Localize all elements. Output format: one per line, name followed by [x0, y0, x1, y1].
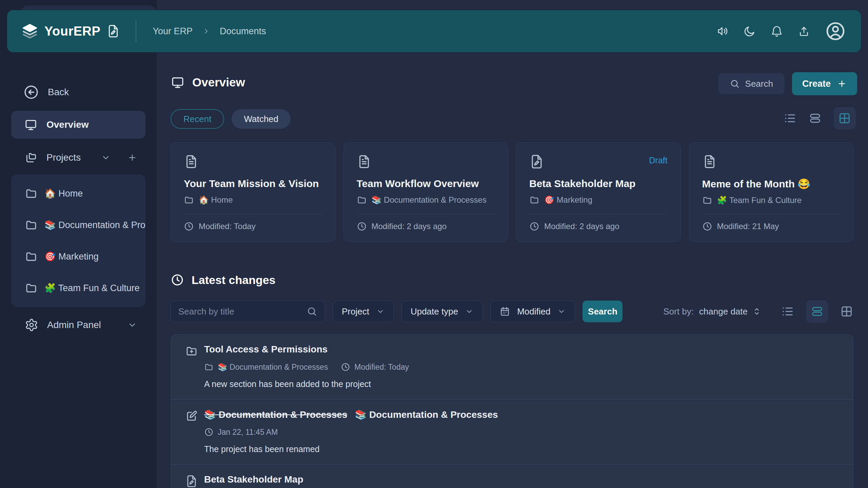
- change-row-project-renamed[interactable]: 📚 Documentation & Processes 📚 Documentat…: [171, 399, 853, 464]
- search-icon: [307, 306, 317, 317]
- file-text-icon: [702, 154, 717, 169]
- card-project-label: 🏠 Home: [199, 195, 233, 205]
- folder-label: 🧩 Team Fun & Culture: [44, 283, 140, 293]
- search-button[interactable]: Search: [718, 73, 785, 94]
- breadcrumb-root[interactable]: Your ERP: [153, 26, 193, 37]
- change-project: 📚 Documentation & Processes: [204, 362, 328, 372]
- folder-label: 🎯 Marketing: [44, 251, 99, 262]
- change-time: Modified: Today: [341, 362, 409, 372]
- project-filter-label: Project: [342, 306, 369, 317]
- chevron-down-icon: [376, 307, 385, 316]
- topbar-actions: [716, 21, 861, 42]
- card-project-label: 🧩 Team Fun & Culture: [717, 196, 802, 205]
- card-project: 🏠 Home: [184, 195, 322, 205]
- filter-toolbar: Project Update type Modified Search Sort…: [171, 301, 853, 322]
- change-title: 📚 Documentation & Processes 📚 Documentat…: [204, 409, 840, 423]
- card-modified-label: Modified: 2 days ago: [544, 222, 619, 231]
- draft-badge: Draft: [649, 156, 667, 165]
- sort-direction-icon[interactable]: [752, 306, 762, 317]
- change-row-beta-stakeholder-map[interactable]: Beta Stakeholder Map 🎯 Marketing Felix J…: [171, 464, 853, 488]
- chevron-down-icon: [465, 307, 474, 316]
- sort-value[interactable]: change date: [699, 306, 748, 317]
- card-project: 🧩 Team Fun & Culture: [702, 195, 841, 205]
- user-avatar-icon[interactable]: [825, 21, 846, 42]
- cards-view-toggle: [783, 107, 856, 129]
- document-card[interactable]: Draft Beta Stakeholder Map 🎯 Marketing M…: [516, 142, 681, 242]
- card-title: Team Workflow Overview: [357, 178, 495, 189]
- rows-view-icon[interactable]: [808, 111, 822, 125]
- sidebar-item-team-fun[interactable]: 🧩 Team Fun & Culture: [11, 272, 145, 304]
- document-card[interactable]: Meme of the Month 😂 🧩 Team Fun & Culture…: [689, 142, 854, 242]
- add-project-plus-icon[interactable]: [127, 152, 137, 163]
- rows-view-button-active[interactable]: [806, 300, 828, 323]
- card-project-label: 🎯 Marketing: [544, 195, 592, 205]
- notifications-bell-icon[interactable]: [771, 25, 783, 37]
- change-row-tool-access[interactable]: Tool Access & Permissions 📚 Documentatio…: [171, 334, 853, 399]
- folder-icon: [357, 195, 367, 205]
- new-project-name: 📚 Documentation & Processes: [355, 409, 498, 420]
- sidebar-item-marketing[interactable]: 🎯 Marketing: [11, 241, 145, 272]
- back-arrow-circle-icon: [23, 84, 39, 100]
- page-title-text: Overview: [192, 76, 245, 89]
- old-project-name: 📚 Documentation & Processes: [204, 409, 347, 420]
- plus-icon: [837, 79, 847, 89]
- chevron-down-icon[interactable]: [127, 320, 137, 330]
- upload-icon[interactable]: [798, 25, 810, 37]
- card-modified: Modified: Today: [184, 214, 322, 231]
- sidebar-item-admin-panel[interactable]: Admin Panel: [11, 314, 145, 336]
- search-input[interactable]: [178, 306, 307, 317]
- search-icon: [730, 79, 740, 89]
- tab-watched[interactable]: Watched: [232, 109, 291, 129]
- file-pen-icon: [106, 24, 120, 38]
- change-meta: Jan 22, 11:45 AM: [204, 427, 840, 437]
- grid-view-icon[interactable]: [840, 305, 853, 318]
- latest-changes-title-text: Latest changes: [192, 273, 276, 287]
- chevron-down-icon[interactable]: [101, 152, 111, 163]
- card-modified: Modified: 2 days ago: [529, 214, 668, 231]
- change-time-label: Jan 22, 11:45 AM: [218, 428, 278, 437]
- project-filter-dropdown[interactable]: Project: [333, 301, 394, 322]
- layers-logo-icon: [21, 23, 38, 40]
- overview-label: Overview: [46, 119, 89, 130]
- modified-filter-dropdown[interactable]: Modified: [490, 301, 575, 322]
- card-modified-label: Modified: 2 days ago: [372, 222, 447, 231]
- sidebar-item-projects[interactable]: Projects: [11, 148, 145, 167]
- change-title: Tool Access & Permissions: [204, 344, 840, 358]
- document-card[interactable]: Your Team Mission & Vision 🏠 Home Modifi…: [171, 142, 335, 242]
- tab-recent[interactable]: Recent: [171, 109, 224, 129]
- search-button-label: Search: [745, 79, 773, 89]
- sidebar-back-button[interactable]: Back: [11, 81, 145, 103]
- brand[interactable]: YourERP: [7, 23, 120, 40]
- list-view-icon[interactable]: [783, 111, 797, 125]
- folders-icon: [25, 151, 38, 164]
- card-title: Beta Stakeholder Map: [529, 178, 668, 189]
- sidebar-item-home[interactable]: 🏠 Home: [11, 178, 145, 209]
- chevron-down-icon: [557, 307, 566, 316]
- brand-name: YourERP: [44, 24, 100, 39]
- folder-plus-icon: [185, 345, 198, 358]
- create-button[interactable]: Create: [792, 72, 857, 95]
- volume-icon[interactable]: [716, 25, 729, 37]
- update-type-filter-dropdown[interactable]: Update type: [401, 301, 483, 322]
- sidebar-item-documentation[interactable]: 📚 Documentation & Pro…: [11, 209, 145, 241]
- calendar-icon: [499, 306, 510, 317]
- folder-icon: [25, 282, 38, 294]
- folder-icon: [25, 187, 38, 200]
- grid-view-button-active[interactable]: [833, 107, 856, 129]
- folder-icon: [184, 195, 194, 205]
- document-card[interactable]: Team Workflow Overview 📚 Documentation &…: [343, 142, 508, 242]
- dark-mode-moon-icon[interactable]: [744, 25, 756, 37]
- page-title: Overview: [171, 75, 245, 89]
- title-search-field[interactable]: [171, 301, 325, 322]
- filter-search-button[interactable]: Search: [583, 301, 623, 322]
- change-time: Jan 22, 11:45 AM: [204, 427, 278, 437]
- header-actions: Search Create: [718, 72, 857, 96]
- sidebar-item-overview[interactable]: Overview: [11, 111, 145, 139]
- create-button-label: Create: [802, 79, 831, 89]
- folder-icon: [702, 195, 712, 205]
- list-view-icon[interactable]: [781, 305, 794, 318]
- folder-icon: [25, 219, 38, 231]
- change-description: The project has been renamed: [204, 444, 840, 454]
- breadcrumb-current[interactable]: Documents: [220, 26, 266, 37]
- breadcrumb: Your ERP Documents: [153, 26, 266, 37]
